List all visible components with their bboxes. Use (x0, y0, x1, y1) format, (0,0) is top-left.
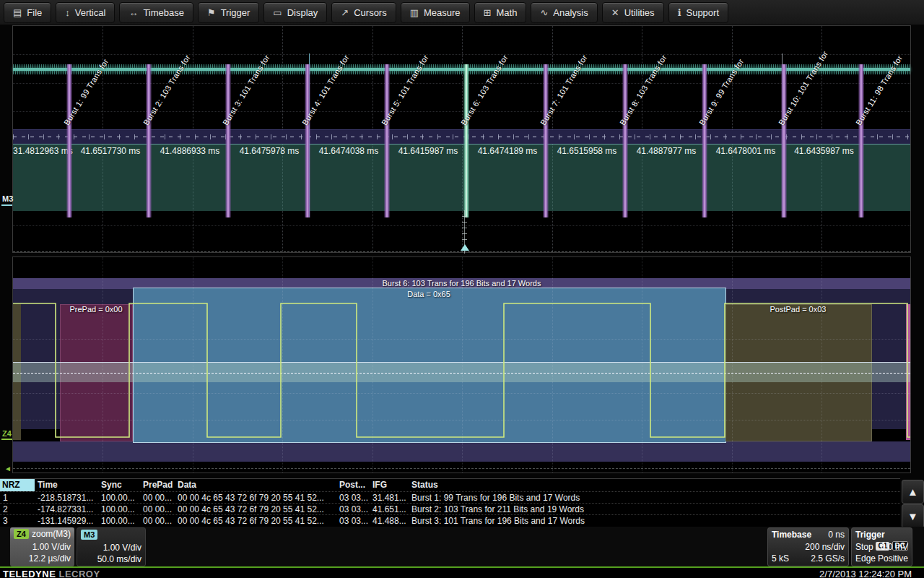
trigger-mode: Stop (855, 542, 873, 552)
table-row-1[interactable]: 1 -218.518731... 100.00... 00 00... 00 0… (0, 491, 900, 504)
burst-marker-1[interactable] (66, 64, 72, 217)
table-header-prepad[interactable]: PrePad (143, 479, 173, 491)
selected-burst-title: Burst 6: 103 Trans for 196 Bits and 17 W… (13, 279, 910, 288)
interval-time: 41.6474038 ms (310, 146, 387, 156)
cell-ifg: 31.481... (372, 492, 406, 504)
menu-trigger[interactable]: ⚑Trigger (198, 2, 259, 23)
table-header-ifg[interactable]: IFG (372, 479, 387, 491)
table-header-sync[interactable]: Sync (101, 479, 122, 491)
table-header-data[interactable]: Data (178, 479, 196, 491)
table-scroll-down-button[interactable]: ▼ (902, 504, 924, 528)
cell-post: 03 03... (339, 515, 368, 527)
analysis-wave-icon: ∿ (540, 7, 548, 18)
table-header-post[interactable]: Post... (339, 479, 365, 491)
menu-measure[interactable]: ▥Measure (401, 2, 470, 23)
cell-index: 2 (3, 504, 8, 515)
cell-post: 03 03... (339, 504, 368, 515)
timebase-title: Timebase (772, 530, 811, 540)
cell-post: 03 03... (339, 492, 368, 504)
timebase-scale: 200 ns/div (772, 542, 845, 553)
trigger-descriptor-box[interactable]: Trigger C1 DC Stop 0.0 mV Edge Positive (851, 527, 912, 566)
burst-marker-6-selected[interactable] (463, 64, 469, 217)
grid-bottom-dashed-line (13, 468, 910, 469)
menu-analysis[interactable]: ∿Analysis (531, 2, 597, 23)
burst-marker-3[interactable] (225, 64, 231, 217)
z4-descriptor-box[interactable]: Z4 zoom(M3) 1.00 V/div 12.2 µs/div (10, 527, 74, 566)
status-bar: Z4 zoom(M3) 1.00 V/div 12.2 µs/div M3 1.… (0, 527, 924, 566)
burst-marker-2[interactable] (146, 64, 152, 217)
cell-status: Burst 3: 101 Trans for 196 Bits and 17 W… (411, 515, 585, 527)
menu-vertical-label: Vertical (75, 7, 106, 18)
burst-marker-8[interactable] (622, 64, 628, 217)
cell-sync: 100.00... (101, 492, 135, 504)
interval-time: 41.6474189 ms (469, 146, 546, 156)
menu-utilities[interactable]: ✕Utilities (602, 2, 664, 23)
timebase-rate: 2.5 GS/s (811, 553, 845, 564)
brand-teledyne: TELEDYNE (3, 569, 56, 578)
interval-time: 41.6515958 ms (549, 146, 625, 156)
table-row-3[interactable]: 3 -131.145929... 100.00... 00 00... 00 0… (0, 514, 900, 527)
interval-time: 41.6415987 ms (390, 146, 466, 156)
menu-support-label: Support (686, 7, 719, 18)
gridline (13, 54, 910, 55)
grid-bottom-dashed-line (13, 251, 910, 252)
menu-bar: ▤File ↕Vertical ↔Timebase ⚑Trigger ▭Disp… (0, 0, 924, 25)
burst-marker-5[interactable] (384, 64, 390, 217)
info-icon: ℹ (678, 7, 681, 18)
menu-timebase-label: Timebase (143, 7, 184, 18)
vertical-arrows-icon: ↕ (65, 7, 70, 18)
data-value-label: Data = 0x65 (133, 290, 725, 298)
table-header-status[interactable]: Status (411, 479, 438, 491)
menu-support[interactable]: ℹSupport (668, 2, 729, 23)
cell-index: 1 (3, 492, 8, 504)
burst-marker-7[interactable] (543, 64, 549, 217)
trigger-title: Trigger (855, 530, 885, 540)
down-arrow-icon: ▼ (907, 510, 918, 522)
menu-timebase[interactable]: ↔Timebase (119, 2, 193, 23)
utilities-tools-icon: ✕ (611, 7, 619, 18)
cell-prepad: 00 00... (143, 492, 172, 504)
interval-time: 31.4812963 ms (13, 146, 72, 156)
menu-display-label: Display (287, 7, 318, 18)
m3-lane-indicator (1, 204, 12, 206)
overview-waveform-grid[interactable]: 31.4812963 ms 41.6517730 ms 41.4886933 m… (12, 25, 911, 253)
burst-marker-9[interactable] (702, 64, 707, 217)
z4-lane-indicator (1, 439, 12, 440)
timebase-offset: 0 ns (828, 530, 845, 540)
menu-vertical[interactable]: ↕Vertical (56, 2, 115, 23)
m3-descriptor-box[interactable]: M3 1.00 V/div 50.0 ms/div (77, 527, 146, 566)
table-header-time[interactable]: Time (38, 479, 58, 491)
timebase-descriptor-box[interactable]: Timebase 0 ns 200 ns/div 5 kS 2.5 GS/s (767, 527, 849, 566)
cell-prepad: 00 00... (143, 515, 172, 527)
trigger-level: 0.0 mV (881, 542, 908, 553)
measure-icon: ▥ (410, 7, 419, 18)
table-row-2[interactable]: 2 -174.827331... 100.00... 00 00... 00 0… (0, 503, 900, 515)
menu-math[interactable]: ⊞Math (474, 2, 527, 23)
cell-prepad: 00 00... (143, 504, 172, 515)
m3-lane-label[interactable]: M3 (2, 194, 13, 203)
m3-vdiv: 1.00 V/div (81, 543, 141, 553)
burst-marker-10[interactable] (781, 64, 787, 217)
timebase-samples: 5 kS (772, 553, 789, 564)
menu-cursors[interactable]: ↗Cursors (331, 2, 396, 23)
cell-data: 00 00 4c 65 43 72 6f 79 20 55 41 52... (178, 504, 324, 515)
menu-cursors-label: Cursors (354, 7, 387, 18)
z4-tdiv: 12.2 µs/div (14, 553, 71, 564)
menu-display[interactable]: ▭Display (263, 2, 327, 23)
cell-data: 00 00 4c 65 43 72 6f 79 20 55 41 52... (178, 515, 324, 527)
burst-marker-11[interactable] (858, 64, 864, 217)
zoom-waveform-grid[interactable]: Burst 6: 103 Trans for 196 Bits and 17 W… (12, 256, 911, 473)
table-scroll-up-button[interactable]: ▲ (902, 480, 924, 504)
menu-math-label: Math (496, 7, 517, 18)
gridline (13, 225, 910, 226)
trigger-position-marker[interactable] (461, 244, 469, 251)
menu-file[interactable]: ▤File (4, 2, 51, 23)
burst-marker-4[interactable] (305, 64, 310, 217)
teledyne-lecroy-logo: TELEDYNE LECROY (3, 569, 100, 578)
cell-status: Burst 2: 103 Trans for 211 Bits and 19 W… (411, 504, 584, 515)
m3-badge: M3 (81, 530, 97, 540)
z4-lane-label[interactable]: Z4 (2, 429, 12, 438)
interval-time: 41.6435987 ms (787, 146, 861, 156)
table-header-nrz[interactable]: NRZ (0, 479, 35, 491)
brand-lecroy: LECROY (58, 569, 100, 578)
